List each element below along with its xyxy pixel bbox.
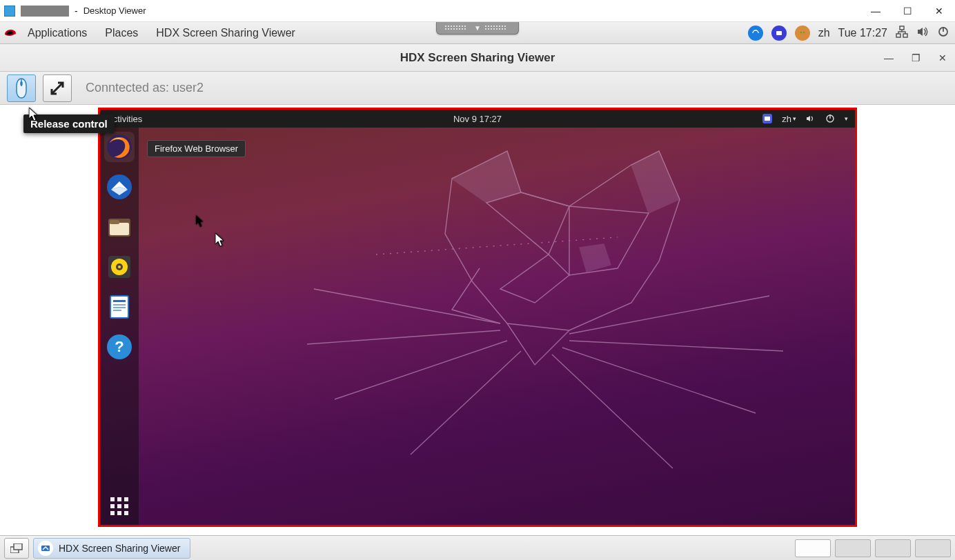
ubuntu-dock: ?	[100, 128, 139, 525]
dock-firefox-icon[interactable]	[104, 132, 135, 162]
network-icon[interactable]	[896, 26, 908, 40]
svg-rect-19	[110, 220, 119, 224]
outer-maximize-button[interactable]: ☐	[892, 0, 923, 22]
svg-rect-5	[896, 34, 900, 37]
hdx-close-button[interactable]: ✕	[936, 50, 949, 66]
hdx-toolbar: Conntected as: user2	[0, 72, 955, 105]
chevron-down-icon: ▾	[793, 115, 796, 122]
svg-line-38	[552, 354, 673, 468]
connection-status-label: Conntected as: user2	[86, 81, 204, 95]
dock-writer-icon[interactable]	[104, 292, 135, 322]
svg-line-34	[411, 351, 521, 454]
taskbar-app-hdx[interactable]: HDX Screen Sharing Viewer	[33, 538, 190, 559]
hdx-minimize-button[interactable]: —	[881, 50, 896, 66]
taskbar-app-hdx-label: HDX Screen Sharing Viewer	[59, 543, 180, 554]
redhat-icon[interactable]	[3, 26, 18, 41]
mouse-control-button[interactable]	[7, 74, 36, 102]
hdx-window-title: HDX Screen Sharing Viewer	[400, 51, 555, 65]
svg-line-35	[569, 296, 769, 334]
outer-window-titlebar: - Desktop Viewer — ☐ ✕	[0, 0, 955, 22]
workspace-4[interactable]	[915, 539, 951, 557]
outer-close-button[interactable]: ✕	[923, 0, 955, 22]
chevron-down-icon: ▼	[474, 24, 481, 32]
svg-line-32	[307, 330, 500, 344]
svg-rect-25	[113, 300, 126, 302]
svg-rect-26	[113, 304, 126, 306]
ubuntu-lang-indicator[interactable]: zh	[782, 114, 791, 124]
taskbar-window-list-button[interactable]	[4, 538, 29, 559]
ubuntu-power-icon[interactable]	[825, 114, 835, 123]
fullscreen-button[interactable]	[43, 74, 72, 102]
tray-indicator-1-icon[interactable]	[748, 26, 763, 41]
outer-minimize-button[interactable]: —	[860, 0, 892, 22]
firefox-tooltip: Firefox Web Browser	[147, 140, 246, 157]
svg-line-37	[562, 348, 756, 413]
svg-point-23	[118, 266, 121, 268]
host-menubar: Applications Places HDX Screen Sharing V…	[0, 22, 955, 44]
svg-rect-40	[14, 543, 22, 550]
svg-rect-6	[903, 34, 907, 37]
svg-point-2	[800, 31, 802, 33]
svg-rect-27	[113, 307, 126, 308]
svg-rect-12	[765, 117, 770, 121]
dock-thunderbird-icon[interactable]	[104, 172, 135, 202]
workspace-switcher[interactable]	[795, 539, 951, 557]
dock-show-apps-button[interactable]	[110, 497, 128, 515]
volume-icon[interactable]	[916, 26, 929, 40]
host-taskbar: HDX Screen Sharing Viewer	[0, 535, 955, 560]
tray-indicator-3-icon[interactable]	[795, 26, 810, 41]
citrix-toolbar-tab[interactable]: ▼	[436, 22, 519, 34]
host-lang-indicator[interactable]: zh	[818, 27, 830, 39]
ubuntu-fossa-wallpaper	[273, 137, 811, 523]
dock-rhythmbox-icon[interactable]	[104, 252, 135, 282]
redacted-hostname	[21, 6, 69, 17]
outer-window-title: Desktop Viewer	[83, 6, 146, 16]
ubuntu-tray-app-icon[interactable]	[762, 114, 772, 123]
remote-desktop-frame[interactable]: Activities Nov 9 17:27 zh ▾ ▾	[98, 108, 857, 527]
menu-places[interactable]: Places	[97, 24, 146, 42]
tray-indicator-2-icon[interactable]	[771, 26, 787, 41]
hdx-window-titlebar: HDX Screen Sharing Viewer — ❐ ✕	[0, 44, 955, 72]
chevron-down-icon[interactable]: ▾	[845, 115, 848, 122]
workspace-2[interactable]	[835, 539, 871, 557]
svg-rect-18	[110, 223, 129, 235]
svg-rect-1	[776, 31, 782, 35]
app-icon	[4, 6, 15, 17]
outer-window-title-hyphen: -	[75, 6, 78, 17]
svg-line-31	[314, 289, 500, 323]
svg-rect-10	[20, 81, 22, 86]
svg-text:?: ?	[115, 338, 124, 355]
svg-point-3	[803, 31, 805, 33]
svg-rect-28	[113, 310, 121, 311]
hdx-maximize-button[interactable]: ❐	[909, 50, 923, 66]
svg-rect-4	[900, 26, 904, 30]
menu-applications[interactable]: Applications	[19, 24, 95, 42]
ubuntu-top-bar: Activities Nov 9 17:27 zh ▾ ▾	[100, 110, 855, 128]
dock-files-icon[interactable]	[104, 212, 135, 242]
outer-window-controls: — ☐ ✕	[860, 0, 955, 22]
svg-line-33	[335, 341, 507, 399]
menu-hdx[interactable]: HDX Screen Sharing Viewer	[148, 24, 304, 42]
dock-help-icon[interactable]: ?	[104, 332, 135, 362]
ubuntu-clock[interactable]: Nov 9 17:27	[453, 114, 502, 124]
release-control-tooltip: Release control	[23, 114, 115, 133]
workspace-3[interactable]	[875, 539, 911, 557]
taskbar-app-hdx-icon	[38, 541, 53, 556]
host-clock[interactable]: Tue 17:27	[838, 27, 887, 39]
workspace-1[interactable]	[795, 539, 831, 557]
power-icon[interactable]	[937, 26, 949, 40]
ubuntu-volume-icon[interactable]	[806, 114, 816, 123]
svg-line-36	[569, 341, 783, 351]
